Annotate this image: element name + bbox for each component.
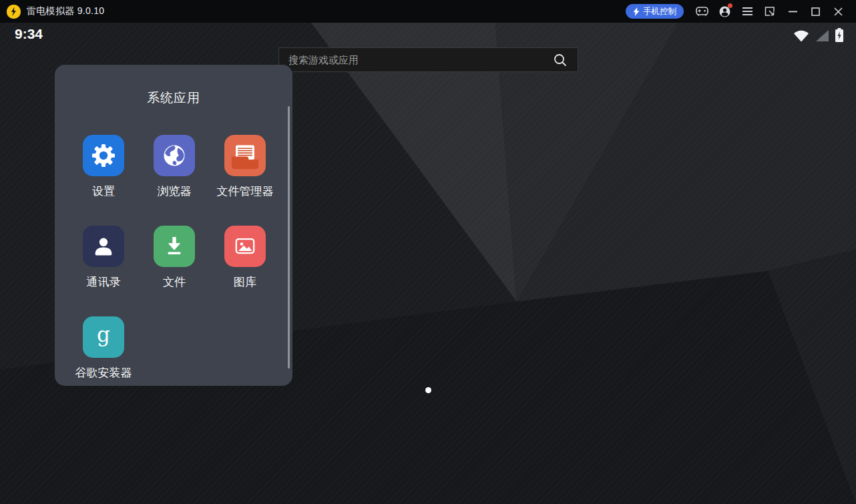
- status-icons: [793, 28, 843, 42]
- app-gallery[interactable]: 图库: [210, 226, 280, 316]
- app-file-manager[interactable]: 文件管理器: [210, 135, 280, 226]
- app-grid: 设置 浏览器: [68, 135, 280, 407]
- menu-icon[interactable]: [736, 2, 759, 21]
- resize-icon[interactable]: [759, 2, 781, 21]
- google-installer-g-icon: g: [83, 316, 124, 358]
- app-label: 浏览器: [158, 184, 192, 199]
- app-label: 谷歌安装器: [75, 365, 132, 381]
- close-icon[interactable]: [827, 2, 849, 21]
- window-title: 雷电模拟器 9.0.10: [27, 5, 104, 17]
- app-google-installer[interactable]: g 谷歌安装器: [68, 316, 139, 407]
- titlebar: 雷电模拟器 9.0.10 手机控制: [0, 0, 856, 23]
- notification-dot: [728, 3, 732, 8]
- system-apps-folder: 系统应用: [55, 65, 292, 386]
- titlebar-left: 雷电模拟器 9.0.10: [0, 5, 104, 19]
- app-label: 文件管理器: [217, 184, 274, 199]
- contacts-person-icon: [83, 226, 124, 267]
- app-label: 设置: [92, 184, 115, 199]
- titlebar-controls: 手机控制: [626, 2, 856, 21]
- app-files[interactable]: 文件: [139, 226, 210, 316]
- cell-signal-icon: [815, 29, 829, 42]
- minimize-icon[interactable]: [781, 2, 804, 21]
- wifi-icon: [793, 29, 809, 42]
- search-input[interactable]: [279, 54, 554, 65]
- magnifier-icon[interactable]: [554, 53, 578, 67]
- ldplayer-logo-icon: [7, 5, 21, 19]
- battery-charging-icon: [835, 28, 843, 42]
- files-download-icon: [154, 226, 195, 267]
- app-browser[interactable]: 浏览器: [139, 135, 210, 226]
- status-clock: 9:34: [15, 26, 43, 42]
- app-label: 通讯录: [87, 274, 121, 290]
- emulator-window: 雷电模拟器 9.0.10 手机控制: [0, 0, 856, 504]
- app-label: 文件: [163, 274, 186, 290]
- file-manager-folder-icon: [224, 135, 266, 176]
- search-bar: [278, 47, 578, 72]
- app-settings[interactable]: 设置: [68, 135, 139, 226]
- lightning-icon: [633, 7, 640, 16]
- svg-text:g: g: [97, 322, 110, 346]
- android-home-screen: 9:34 系统应: [0, 23, 856, 504]
- gallery-photo-icon: [224, 226, 266, 267]
- page-indicator-dot[interactable]: [425, 387, 431, 393]
- app-contacts[interactable]: 通讯录: [68, 226, 139, 316]
- maximize-icon[interactable]: [804, 2, 827, 21]
- phone-control-label: 手机控制: [643, 6, 676, 17]
- app-label: 图库: [234, 274, 256, 290]
- folder-title: 系统应用: [55, 89, 292, 107]
- account-icon[interactable]: [713, 2, 736, 21]
- gamepad-icon[interactable]: [690, 2, 713, 21]
- settings-gear-icon: [83, 135, 124, 176]
- folder-scrollbar[interactable]: [288, 106, 290, 368]
- phone-control-button[interactable]: 手机控制: [626, 4, 684, 19]
- browser-globe-icon: [154, 135, 195, 176]
